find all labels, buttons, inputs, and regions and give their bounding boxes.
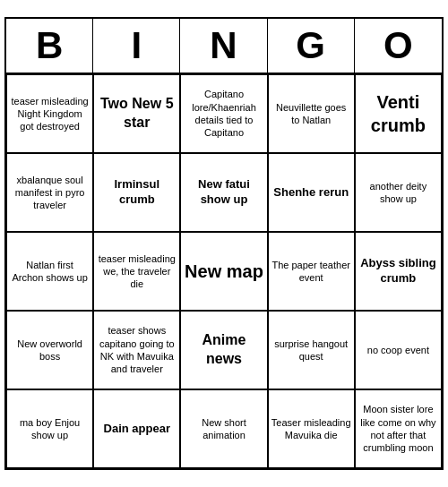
bingo-cell-21: Dain appear: [93, 389, 180, 468]
bingo-cell-7: New fatui show up: [180, 153, 267, 232]
bingo-grid: teaser misleading Night Kingdom got dest…: [6, 74, 442, 468]
bingo-cell-15: New overworld boss: [6, 311, 93, 389]
bingo-header: BINGO: [6, 19, 442, 74]
bingo-cell-3: Neuvillette goes to Natlan: [268, 74, 355, 153]
bingo-cell-10: Natlan first Archon shows up: [6, 232, 93, 311]
bingo-cell-12: New map: [180, 232, 267, 311]
bingo-letter-o: O: [355, 19, 442, 73]
bingo-cell-0: teaser misleading Night Kingdom got dest…: [6, 74, 93, 153]
bingo-cell-16: teaser shows capitano going to NK with M…: [93, 311, 180, 389]
bingo-cell-11: teaser misleading we, the traveler die: [93, 232, 180, 311]
bingo-cell-17: Anime news: [180, 311, 267, 389]
bingo-cell-4: Venti crumb: [355, 74, 442, 153]
bingo-cell-19: no coop event: [355, 311, 442, 389]
bingo-cell-20: ma boy Enjou show up: [6, 389, 93, 468]
bingo-letter-b: B: [6, 19, 93, 73]
bingo-card: BINGO teaser misleading Night Kingdom go…: [4, 17, 444, 470]
bingo-cell-2: Capitano lore/Khaenriah details tied to …: [180, 74, 267, 153]
bingo-cell-14: Abyss sibling crumb: [355, 232, 442, 311]
bingo-cell-8: Shenhe rerun: [268, 153, 355, 232]
bingo-letter-i: I: [93, 19, 180, 73]
bingo-cell-9: another deity show up: [355, 153, 442, 232]
bingo-cell-24: Moon sister lore like come on why not af…: [355, 389, 442, 468]
bingo-cell-1: Two New 5 star: [93, 74, 180, 153]
bingo-cell-5: xbalanque soul manifest in pyro traveler: [6, 153, 93, 232]
bingo-cell-6: Irminsul crumb: [93, 153, 180, 232]
bingo-cell-13: The paper teather event: [268, 232, 355, 311]
bingo-letter-n: N: [180, 19, 267, 73]
bingo-cell-23: Teaser misleading Mavuika die: [268, 389, 355, 468]
bingo-cell-22: New short animation: [180, 389, 267, 468]
bingo-cell-18: surprise hangout quest: [268, 311, 355, 389]
bingo-letter-g: G: [268, 19, 355, 73]
